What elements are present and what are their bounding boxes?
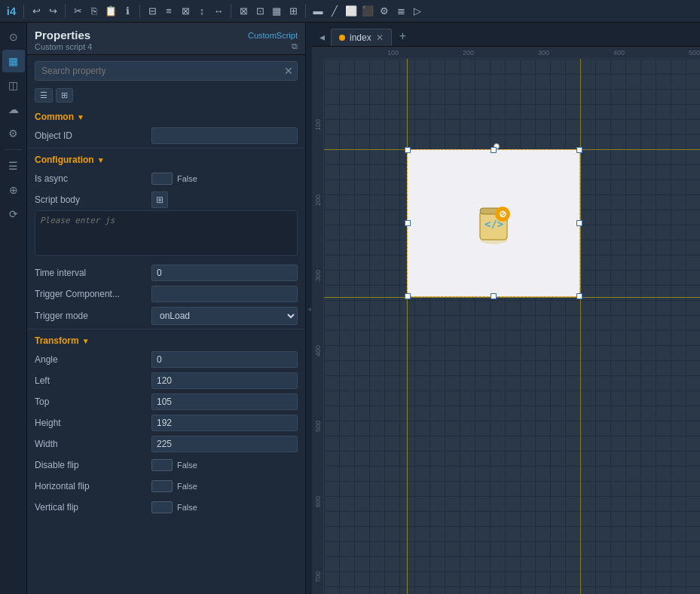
copy-icon[interactable]: ⎘ — [87, 5, 101, 18]
width-input[interactable] — [151, 436, 298, 452]
tab-index[interactable]: index ✕ — [331, 29, 392, 46]
export-icon[interactable]: ⬜ — [344, 5, 358, 18]
align-middle-icon[interactable]: ↔ — [212, 5, 225, 18]
prop-height-value — [151, 415, 298, 431]
prop-is-async-value: False — [151, 173, 298, 185]
list-view-button[interactable]: ☰ — [35, 88, 53, 103]
prop-horizontal-flip-label: Horizontal flip — [35, 481, 151, 491]
ruler-v-400: 400 — [314, 345, 322, 357]
prop-width-label: Width — [35, 439, 151, 449]
prop-trigger-mode: Trigger mode onLoad onChange onInterval — [27, 305, 305, 327]
import-icon[interactable]: ⬛ — [361, 5, 374, 18]
panel-header: Properties CustomScript Custom script 4 … — [27, 23, 305, 55]
info-icon[interactable]: ℹ — [121, 5, 134, 18]
sidebar-item-cloud[interactable]: ☁ — [2, 98, 25, 121]
align-left-icon[interactable]: ⊟ — [145, 5, 159, 18]
tab-nav-left[interactable]: ◂ — [315, 28, 329, 46]
prop-left-label: Left — [35, 375, 151, 386]
handle-bottom-center[interactable] — [491, 293, 497, 299]
sidebar-item-add[interactable]: ⊕ — [2, 179, 25, 201]
horizontal-flip-toggle-container: False — [151, 480, 298, 492]
left-input[interactable] — [151, 372, 298, 389]
align-top-icon[interactable]: ↕ — [195, 5, 209, 18]
sidebar-item-grid[interactable]: ▦ — [2, 50, 25, 72]
sidebar-item-panel[interactable]: ◫ — [2, 74, 25, 96]
prop-vertical-flip-value: False — [151, 501, 298, 513]
line-chart-icon[interactable]: ╱ — [328, 5, 341, 18]
disable-flip-toggle[interactable] — [151, 459, 173, 471]
section-common-arrow: ▼ — [77, 113, 84, 121]
sidebar-item-settings[interactable]: ⚙ — [2, 122, 25, 145]
object-id-input[interactable] — [151, 127, 298, 144]
bar-chart-icon[interactable]: ▬ — [311, 5, 325, 18]
undo-icon[interactable]: ↩ — [29, 5, 43, 18]
vertical-flip-toggle[interactable] — [151, 501, 173, 513]
search-input[interactable] — [35, 61, 298, 81]
prop-horizontal-flip-value: False — [151, 480, 298, 492]
handle-top-center[interactable] — [491, 147, 497, 153]
align-center-icon[interactable]: ≡ — [162, 5, 176, 18]
settings-icon[interactable]: ⚙ — [378, 5, 391, 18]
panel-collapse-handle[interactable]: ◂ — [306, 23, 312, 594]
canvas-widget[interactable]: </> ⊘ — [407, 149, 580, 297]
is-async-toggle-label: False — [177, 174, 197, 183]
script-body-textarea[interactable] — [35, 210, 298, 256]
trigger-component-input[interactable] — [151, 286, 298, 302]
prop-vertical-flip: Vertical flip False — [27, 497, 305, 518]
canvas-grid[interactable]: </> ⊘ — [324, 59, 700, 594]
handle-middle-right[interactable] — [576, 220, 582, 226]
sidebar-sep-1 — [5, 149, 23, 150]
prop-trigger-component-label: Trigger Component... — [35, 289, 151, 299]
tab-add-button[interactable]: + — [393, 26, 412, 46]
search-clear-icon[interactable]: ✕ — [284, 65, 293, 77]
prop-object-id-label: Object ID — [35, 130, 151, 141]
sidebar-item-list[interactable]: ☰ — [2, 155, 25, 177]
search-container: ✕ — [27, 55, 305, 87]
panel-title: Properties — [35, 29, 90, 41]
top-input[interactable] — [151, 393, 298, 410]
handle-top-right[interactable] — [576, 147, 582, 153]
prop-disable-flip-value: False — [151, 459, 298, 471]
preview-icon[interactable]: ▷ — [411, 5, 424, 18]
ruler-h-100: 100 — [387, 49, 399, 57]
angle-input[interactable] — [151, 351, 298, 368]
section-transform-label: Transform — [35, 335, 79, 346]
grid-icon[interactable]: ▦ — [270, 5, 283, 18]
section-config-header[interactable]: Configuration ▼ — [27, 150, 305, 168]
layers-icon[interactable]: ≣ — [394, 5, 408, 18]
copy-link-icon[interactable]: ⧉ — [292, 41, 298, 51]
handle-bottom-left[interactable] — [405, 293, 411, 299]
table-icon[interactable]: ⊞ — [286, 5, 300, 18]
handle-middle-left[interactable] — [405, 220, 411, 226]
prop-height: Height — [27, 412, 305, 433]
script-edit-button[interactable]: ⊞ — [151, 191, 168, 208]
sidebar-item-refresh[interactable]: ⟳ — [2, 203, 25, 225]
prop-disable-flip-label: Disable flip — [35, 460, 151, 470]
trigger-mode-select[interactable]: onLoad onChange onInterval — [151, 307, 298, 325]
distribute-h-icon[interactable]: ⊠ — [237, 5, 250, 18]
handle-top-left[interactable] — [405, 147, 411, 153]
align-right-icon[interactable]: ⊠ — [179, 5, 192, 18]
paste-icon[interactable]: 📋 — [104, 5, 118, 18]
prop-vertical-flip-label: Vertical flip — [35, 502, 151, 513]
toolbar-sep-1 — [23, 5, 24, 18]
time-interval-input[interactable] — [151, 265, 298, 281]
grid-view-button[interactable]: ⊞ — [56, 88, 73, 103]
height-input[interactable] — [151, 415, 298, 431]
sidebar-item-home[interactable]: ⊙ — [2, 26, 25, 48]
distribute-v-icon[interactable]: ⊡ — [253, 5, 267, 18]
section-transform-header[interactable]: Transform ▼ — [27, 331, 305, 349]
tab-close-button[interactable]: ✕ — [376, 32, 384, 43]
section-common-header[interactable]: Common ▼ — [27, 107, 305, 125]
tab-bar: ◂ index ✕ + — [312, 23, 700, 47]
is-async-toggle[interactable] — [151, 173, 173, 185]
icon-bar: ⊙ ▦ ◫ ☁ ⚙ ☰ ⊕ ⟳ — [0, 23, 27, 594]
horizontal-flip-toggle[interactable] — [151, 480, 173, 492]
redo-icon[interactable]: ↪ — [46, 5, 60, 18]
vertical-flip-toggle-label: False — [177, 503, 197, 512]
ruler-v-600: 600 — [314, 496, 322, 507]
cut-icon[interactable]: ✂ — [71, 5, 84, 18]
handle-bottom-right[interactable] — [576, 293, 582, 299]
prop-top-value — [151, 393, 298, 410]
ruler-h-300: 300 — [538, 49, 549, 57]
